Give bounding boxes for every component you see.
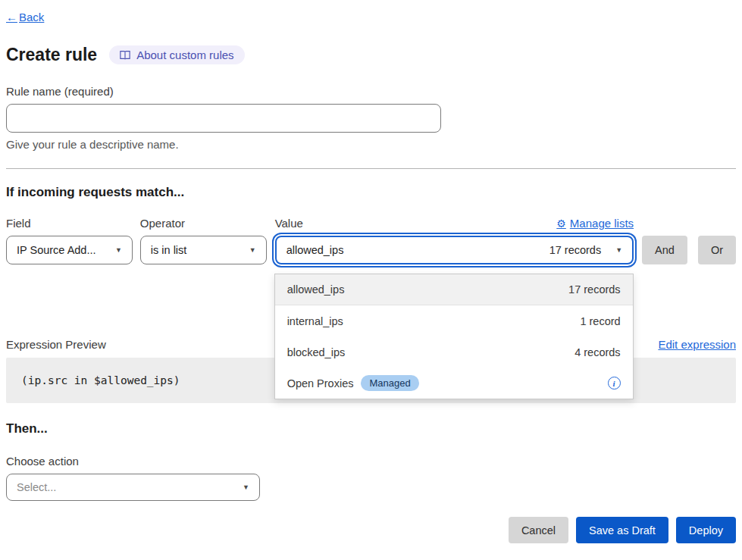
about-custom-rules-link[interactable]: About custom rules xyxy=(109,45,244,64)
list-dropdown-panel: allowed_ips 17 records internal_ips 1 re… xyxy=(274,274,634,399)
then-section-heading: Then... xyxy=(6,421,736,436)
match-section-heading: If incoming requests match... xyxy=(6,185,736,200)
chevron-down-icon: ▼ xyxy=(243,484,249,491)
back-label: Back xyxy=(19,11,44,23)
list-option-count: 1 record xyxy=(580,315,620,327)
rule-name-group: Rule name (required) Give your rule a de… xyxy=(6,85,736,151)
or-button[interactable]: Or xyxy=(698,236,736,264)
value-header: Value ⚙Manage lists xyxy=(275,217,634,230)
operator-label: Operator xyxy=(140,217,267,230)
gear-icon: ⚙ xyxy=(556,217,566,230)
back-row: ←Back xyxy=(6,11,736,24)
list-option-open-proxies[interactable]: Open Proxies Managed i xyxy=(275,368,633,399)
list-option-name: internal_ips xyxy=(287,315,343,327)
chevron-down-icon: ▼ xyxy=(615,247,622,254)
value-select-right: 17 records ▼ xyxy=(549,244,622,256)
value-select-name: allowed_ips xyxy=(286,244,344,256)
value-column: Value ⚙Manage lists allowed_ips 17 recor… xyxy=(275,217,634,264)
title-row: Create rule About custom rules xyxy=(6,45,736,65)
cancel-button[interactable]: Cancel xyxy=(509,517,568,543)
field-label: Field xyxy=(6,217,133,230)
list-option-count: 4 records xyxy=(575,346,620,358)
field-select[interactable]: IP Source Add... ▼ xyxy=(6,236,133,264)
manage-lists-label: Manage lists xyxy=(570,217,634,230)
choose-action-label: Choose action xyxy=(6,455,736,468)
deploy-button[interactable]: Deploy xyxy=(676,517,736,543)
save-as-draft-button[interactable]: Save as Draft xyxy=(576,517,668,543)
edit-expression-link[interactable]: Edit expression xyxy=(658,338,736,351)
create-rule-page: ←Back Create rule About custom rules Rul… xyxy=(0,0,742,560)
list-option-count: 17 records xyxy=(568,283,621,296)
list-option-name: blocked_ips xyxy=(287,346,346,358)
value-label: Value xyxy=(275,217,303,230)
manage-lists-link[interactable]: ⚙Manage lists xyxy=(556,217,634,230)
operator-select[interactable]: is in list ▼ xyxy=(140,236,267,264)
rule-name-helper: Give your rule a descriptive name. xyxy=(6,138,736,151)
expression-code: (ip.src in $allowed_ips) xyxy=(21,374,180,386)
chevron-down-icon: ▼ xyxy=(115,247,122,254)
info-icon[interactable]: i xyxy=(608,377,621,389)
chevron-down-icon: ▼ xyxy=(249,247,256,254)
list-option-name: Open Proxies xyxy=(287,377,354,389)
back-link[interactable]: ←Back xyxy=(6,11,44,23)
list-option-blocked-ips[interactable]: blocked_ips 4 records xyxy=(275,336,633,368)
rule-name-label: Rule name (required) xyxy=(6,85,736,98)
managed-badge: Managed xyxy=(361,375,418,391)
list-option-internal-ips[interactable]: internal_ips 1 record xyxy=(275,305,633,336)
field-column: Field IP Source Add... ▼ xyxy=(6,217,133,264)
back-arrow-icon: ← xyxy=(6,11,17,23)
operator-column: Operator is in list ▼ xyxy=(140,217,267,264)
expression-preview-label: Expression Preview xyxy=(6,338,106,351)
about-badge-label: About custom rules xyxy=(136,48,233,61)
match-condition-row: Field IP Source Add... ▼ Operator is in … xyxy=(6,217,736,264)
operator-select-value: is in list xyxy=(151,244,187,256)
list-option-allowed-ips[interactable]: allowed_ips 17 records xyxy=(275,274,633,305)
action-select-placeholder: Select... xyxy=(17,481,56,493)
section-divider xyxy=(6,168,736,169)
value-select[interactable]: allowed_ips 17 records ▼ xyxy=(275,236,634,264)
list-option-left: Open Proxies Managed xyxy=(287,375,419,391)
value-select-count: 17 records xyxy=(549,244,602,256)
field-select-value: IP Source Add... xyxy=(17,244,96,256)
rule-name-input[interactable] xyxy=(6,104,441,133)
page-title: Create rule xyxy=(6,45,97,65)
list-option-name: allowed_ips xyxy=(287,283,345,296)
footer-actions: Cancel Save as Draft Deploy xyxy=(6,517,736,543)
action-select[interactable]: Select... ▼ xyxy=(6,474,260,501)
and-button[interactable]: And xyxy=(642,236,687,264)
book-icon xyxy=(120,50,130,60)
